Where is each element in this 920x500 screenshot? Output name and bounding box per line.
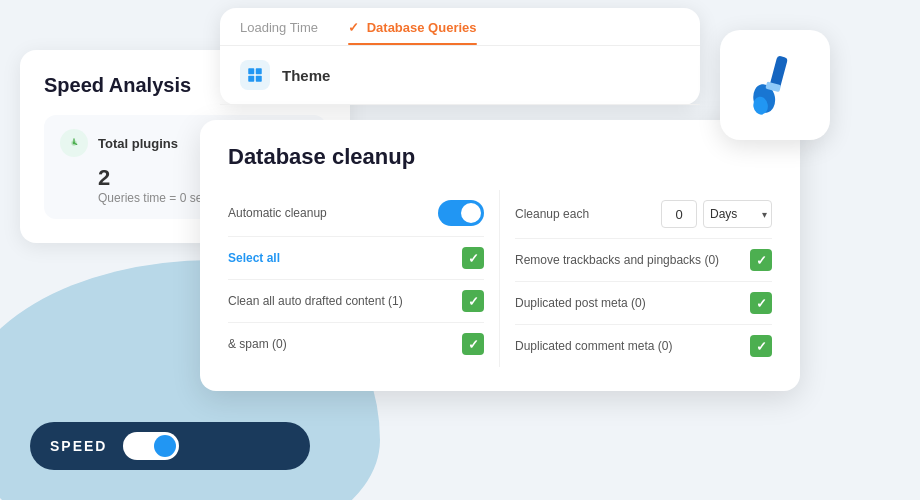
db-left-column: Automatic cleanup Select all ✓ Clean all…: [228, 190, 500, 367]
select-all-checkbox[interactable]: ✓: [462, 247, 484, 269]
spam-row: & spam (0) ✓: [228, 323, 484, 365]
spam-label: & spam (0): [228, 337, 287, 351]
spam-checkbox[interactable]: ✓: [462, 333, 484, 355]
cleanup-each-label: Cleanup each: [515, 207, 589, 221]
speed-text: SPEED: [50, 438, 107, 454]
tab-checkmark: ✓: [348, 20, 363, 35]
days-select[interactable]: Days Hours Minutes: [703, 200, 772, 228]
theme-icon-box: [240, 60, 270, 90]
dup-post-row: Duplicated post meta (0) ✓: [515, 282, 772, 325]
trackbacks-checkbox[interactable]: ✓: [750, 249, 772, 271]
plugin-icon: [60, 129, 88, 157]
dup-comment-row: Duplicated comment meta (0) ✓: [515, 325, 772, 367]
automatic-cleanup-label: Automatic cleanup: [228, 206, 327, 220]
dup-comment-label: Duplicated comment meta (0): [515, 339, 672, 353]
select-all-row: Select all ✓: [228, 237, 484, 280]
dup-post-label: Duplicated post meta (0): [515, 296, 646, 310]
svg-point-2: [73, 142, 76, 145]
speed-toggle-switch[interactable]: [123, 432, 179, 460]
speed-pill: SPEED: [30, 422, 310, 470]
trackbacks-row: Remove trackbacks and pingbacks (0) ✓: [515, 239, 772, 282]
svg-rect-5: [248, 76, 254, 82]
db-cleanup-card: Database cleanup Automatic cleanup Selec…: [200, 120, 800, 391]
clean-drafted-label: Clean all auto drafted content (1): [228, 294, 403, 308]
automatic-cleanup-row: Automatic cleanup: [228, 190, 484, 237]
cleanup-each-input[interactable]: [661, 200, 697, 228]
brush-card: [720, 30, 830, 140]
days-select-wrapper: Days Hours Minutes: [703, 200, 772, 228]
db-cleanup-title: Database cleanup: [228, 144, 772, 170]
trackbacks-label: Remove trackbacks and pingbacks (0): [515, 253, 719, 267]
automatic-cleanup-toggle[interactable]: [438, 200, 484, 226]
svg-rect-6: [256, 76, 262, 82]
clean-drafted-row: Clean all auto drafted content (1) ✓: [228, 280, 484, 323]
dup-comment-checkbox[interactable]: ✓: [750, 335, 772, 357]
clean-drafted-checkbox[interactable]: ✓: [462, 290, 484, 312]
tab-loading-time[interactable]: Loading Time: [240, 20, 318, 45]
tabs-header: Loading Time ✓ Database Queries: [220, 8, 700, 46]
theme-label: Theme: [282, 67, 330, 84]
db-right-column: Cleanup each Days Hours Minutes Remove t…: [500, 190, 772, 367]
cleanup-each-row: Cleanup each Days Hours Minutes: [515, 190, 772, 239]
plugin-label: Total plugins: [98, 136, 178, 151]
tab-database-queries[interactable]: ✓ Database Queries: [348, 20, 476, 45]
select-all-label: Select all: [228, 251, 280, 265]
tabs-panel: Loading Time ✓ Database Queries Theme: [220, 8, 700, 105]
theme-section: Theme: [220, 46, 700, 105]
svg-rect-4: [256, 68, 262, 74]
speed-bar: SPEED: [30, 422, 310, 470]
paintbrush-icon: [739, 49, 811, 121]
dup-post-checkbox[interactable]: ✓: [750, 292, 772, 314]
cleanup-each-controls: Days Hours Minutes: [661, 200, 772, 228]
svg-rect-3: [248, 68, 254, 74]
